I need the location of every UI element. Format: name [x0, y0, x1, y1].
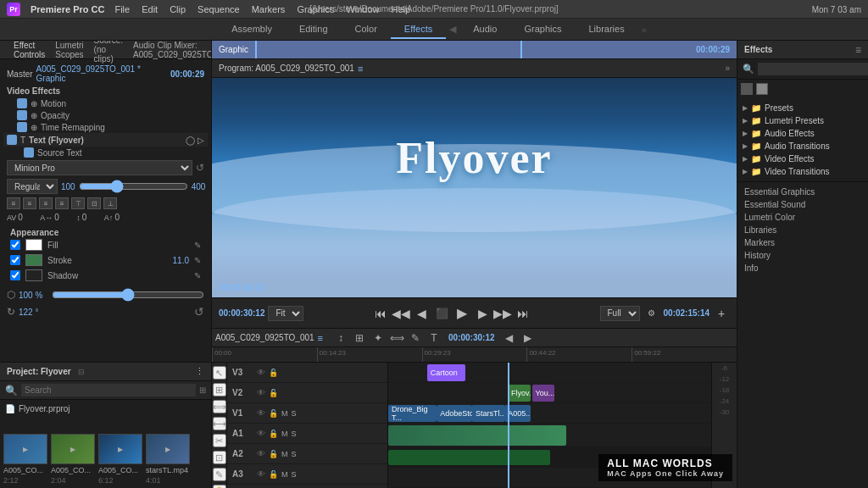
quality-select[interactable]: Full 1/2 1/4 [600, 306, 640, 321]
thumb-3[interactable]: ▶ A005_CO... 6:12 [98, 434, 142, 485]
cat-video-transitions[interactable]: ▶ 📁 Video Transitions [741, 165, 865, 178]
panel-tab-source[interactable]: Source: (no clips) [94, 41, 123, 64]
color-chip-1[interactable] [741, 83, 753, 95]
panel-tab-scopes[interactable]: Lumetri Scopes [55, 41, 83, 59]
a2-s[interactable]: S [292, 450, 297, 458]
tl-track-select[interactable]: ↕ [333, 330, 348, 346]
graphic-clip-block[interactable] [257, 41, 737, 58]
btn-next-frame[interactable]: ▶ [474, 305, 491, 322]
v1-s[interactable]: S [292, 409, 297, 418]
tab-audio[interactable]: Audio [459, 20, 510, 39]
history[interactable]: History [741, 249, 865, 262]
toggle-text[interactable] [7, 135, 17, 145]
a1-eye[interactable]: 👁 [257, 429, 265, 438]
shadow-checkbox[interactable] [10, 270, 20, 280]
align-left[interactable]: ≡ [7, 197, 20, 209]
a2-m[interactable]: M [281, 450, 288, 458]
effects-menu[interactable]: ≡ [855, 44, 861, 56]
cat-audio-effects[interactable]: ▶ 📁 Audio Effects [741, 127, 865, 140]
tab-assembly[interactable]: Assembly [218, 20, 286, 39]
tab-effects[interactable]: Effects [391, 20, 446, 39]
track-a1-row[interactable] [388, 424, 711, 447]
color-chip-2[interactable] [756, 83, 768, 95]
toggle-motion[interactable] [17, 98, 27, 108]
btn-to-start[interactable]: ⏮ [372, 305, 389, 322]
btn-stop[interactable]: ⬛ [433, 305, 450, 322]
tl-tool-pen[interactable]: ✎ [213, 468, 226, 481]
fill-swatch[interactable] [25, 239, 42, 251]
v1-eye[interactable]: 👁 [257, 408, 265, 418]
tl-slip[interactable]: ⟺ [389, 330, 404, 346]
thumb-2[interactable]: ▶ A005_CO... 2:04 [51, 434, 95, 485]
tl-tool-razor[interactable]: ✂ [213, 434, 226, 447]
btn-step-forward[interactable]: ▶▶ [494, 305, 511, 322]
btn-prev-frame[interactable]: ◀ [413, 305, 430, 322]
clip-flyover[interactable]: Flyov... [508, 385, 531, 402]
cat-audio-transitions[interactable]: ▶ 📁 Audio Transitions [741, 140, 865, 152]
a2-lock[interactable]: 🔓 [269, 450, 278, 458]
tab-more[interactable]: » [642, 25, 647, 35]
fit-select[interactable]: Fit [268, 306, 303, 321]
thumb-1[interactable]: ▶ A005_CO... 2:12 [3, 434, 47, 485]
align-right[interactable]: ≡ [39, 197, 53, 209]
menu-edit[interactable]: Edit [142, 4, 158, 14]
tab-editing[interactable]: Editing [286, 20, 342, 39]
tab-graphics[interactable]: Graphics [510, 20, 575, 39]
style-select[interactable]: Regular [7, 179, 58, 194]
align-top[interactable]: ⊤ [71, 197, 85, 209]
font-size-slider[interactable] [79, 180, 188, 193]
text-flyover-row[interactable]: T Text (Flyover) ◯ ▷ [3, 133, 208, 147]
clip-audio-wave[interactable] [388, 425, 566, 446]
project-settings[interactable]: ⋮ [195, 366, 204, 377]
lumetri-color[interactable]: Lumetri Color [741, 211, 865, 224]
toggle-sourcetext[interactable] [24, 147, 34, 158]
track-v3-row[interactable]: Cartoon [388, 363, 711, 383]
toggle-opacity[interactable] [17, 110, 27, 120]
clip-drone[interactable]: Drone_Big T... [388, 405, 437, 422]
essential-graphics[interactable]: Essential Graphics [741, 186, 865, 198]
info[interactable]: Info [741, 262, 865, 274]
clip-a2[interactable] [388, 450, 550, 465]
menu-sequence[interactable]: Sequence [198, 4, 240, 14]
fill-pencil[interactable]: ✎ [194, 241, 201, 250]
tl-prev-edit[interactable]: ◀ [502, 330, 517, 346]
track-v2-row[interactable]: Flyov... You... [388, 383, 711, 403]
btn-step-back[interactable]: ◀◀ [392, 305, 409, 322]
font-select[interactable]: Minion Pro [7, 160, 192, 175]
search-input[interactable] [21, 384, 196, 396]
tl-ripple[interactable]: ⊞ [352, 330, 367, 346]
tl-tool-ripple[interactable]: ⟺ [213, 400, 226, 413]
panel-tab-ec[interactable]: Effect Controls [14, 41, 45, 59]
clip-adobe[interactable]: AdobeStock_13... [437, 405, 472, 422]
align-center[interactable]: ≡ [23, 197, 36, 209]
btn-play[interactable]: ▶ [453, 305, 470, 322]
tl-text[interactable]: T [426, 330, 442, 346]
tl-tool-roll[interactable]: ⟷ [213, 417, 226, 430]
v3-eye[interactable]: 👁 [257, 368, 265, 377]
libraries[interactable]: Libraries [741, 224, 865, 236]
rotation-reset[interactable]: ↺ [194, 305, 204, 319]
tl-next-edit[interactable]: ▶ [520, 330, 536, 346]
effects-search-input[interactable] [758, 63, 868, 75]
menu-file[interactable]: File [114, 4, 130, 14]
a1-m[interactable]: M [281, 430, 288, 438]
menu-markers[interactable]: Markers [252, 4, 286, 14]
v1-m[interactable]: M [281, 409, 288, 418]
source-text-row[interactable]: Source Text [3, 147, 208, 158]
tl-razor[interactable]: ✦ [370, 330, 386, 346]
essential-sound[interactable]: Essential Sound [741, 198, 865, 211]
ec-reset[interactable]: ↺ [196, 162, 204, 174]
a1-s[interactable]: S [292, 430, 297, 438]
tl-tool-select[interactable]: ↖ [213, 366, 226, 380]
cat-video-effects[interactable]: ▶ 📁 Video Effects [741, 152, 865, 165]
a3-lock[interactable]: 🔓 [269, 470, 278, 479]
track-v1-row[interactable]: Drone_Big T... A005_C029_092... AdobeSto… [388, 403, 711, 424]
markers[interactable]: Markers [741, 236, 865, 249]
program-expand[interactable]: » [725, 64, 730, 73]
align-justify[interactable]: ≡ [55, 197, 69, 209]
fx-row-timeremap[interactable]: ⊕ Time Remapping [3, 121, 208, 133]
cat-lumetri-presets[interactable]: ▶ 📁 Lumetri Presets [741, 114, 865, 127]
a3-eye[interactable]: 👁 [257, 469, 265, 479]
v3-lock[interactable]: 🔓 [269, 369, 278, 377]
stroke-checkbox[interactable] [10, 255, 20, 265]
